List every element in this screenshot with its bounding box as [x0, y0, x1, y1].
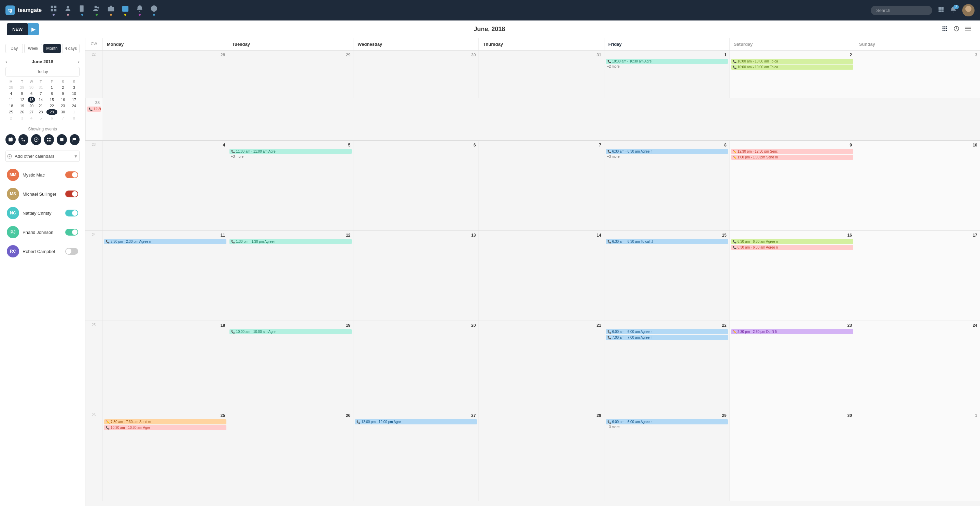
calendar-cell[interactable]: 23✏️2:30 pm - 2:30 pm Don't fi — [729, 321, 855, 411]
calendar-cell[interactable]: 10 — [855, 141, 980, 231]
clock-view-button[interactable] — [951, 24, 962, 35]
calendar-event[interactable]: 📞11:00 am - 11:00 am Agre — [229, 149, 352, 154]
calendar-cell[interactable]: 6 — [353, 141, 478, 231]
nav-contacts[interactable] — [64, 5, 72, 16]
calendar-event[interactable]: 📞7:00 am - 7:00 am Agree r — [606, 335, 728, 340]
calendar-cell[interactable]: 19📞10:00 am - 10:00 am Agre — [228, 321, 353, 411]
calendar-cell[interactable]: 15📞6:30 am - 6:30 am To call J — [604, 231, 729, 321]
mini-cal-day[interactable]: 30 — [28, 84, 35, 91]
mini-cal-day[interactable]: 2 — [5, 115, 17, 121]
mini-cal-day[interactable]: 16 — [57, 97, 68, 103]
calendar-cell[interactable]: 3 — [855, 51, 980, 98]
tab-week[interactable]: Week — [24, 44, 42, 53]
filter-calendar-icon[interactable] — [5, 134, 16, 145]
calendar-cell[interactable]: 17 — [855, 231, 980, 321]
calendar-toggle[interactable] — [65, 210, 78, 216]
filter-grid-icon[interactable] — [44, 134, 54, 145]
more-events-link[interactable]: +3 more — [606, 155, 728, 158]
mini-cal-day[interactable]: 5 — [17, 91, 28, 97]
mini-cal-day[interactable]: 1 — [46, 84, 58, 91]
calendar-event[interactable]: 📞6:00 am - 6:00 am Agree r — [606, 329, 728, 334]
calendar-cell[interactable]: 26 — [228, 411, 353, 501]
calendar-event[interactable]: 📞12:30 pm - 12:30 pm Agre — [87, 107, 101, 111]
prev-month-button[interactable]: ‹ — [5, 59, 7, 64]
calendar-toggle[interactable] — [65, 191, 78, 197]
grid-view-button[interactable] — [940, 24, 950, 35]
mini-cal-day[interactable]: 20 — [28, 103, 35, 109]
calendar-event[interactable]: 📞10:30 am - 10:30 am Agre — [104, 425, 226, 430]
mini-cal-day[interactable]: 12 — [17, 97, 28, 103]
calendar-cell[interactable]: 21 — [478, 321, 604, 411]
calendar-event[interactable]: 📞2:30 pm - 2:30 pm Agree n — [104, 239, 226, 244]
calendar-cell[interactable]: 18 — [102, 321, 228, 411]
more-events-link[interactable]: +3 more — [229, 155, 352, 158]
calendar-cell[interactable]: 31 — [478, 51, 604, 98]
calendar-cell[interactable]: 28📞12:30 pm - 12:30 pm Agre — [85, 98, 102, 140]
calendar-event[interactable]: 📞6:00 am - 6:00 am Agree r — [606, 419, 728, 425]
calendar-toggle[interactable] — [65, 229, 78, 235]
mini-cal-day[interactable]: 18 — [5, 103, 17, 109]
mini-cal-day[interactable]: 7 — [57, 115, 68, 121]
mini-cal-day[interactable]: 31 — [35, 84, 46, 91]
calendar-cell[interactable]: 27📞12:00 pm - 12:00 pm Agre — [353, 411, 478, 501]
calendar-event[interactable]: 📞1:30 pm - 1:30 pm Agree n — [229, 239, 352, 244]
mini-cal-day[interactable]: 30 — [57, 109, 68, 115]
calendar-event[interactable]: 📞12:00 pm - 12:00 pm Agre — [355, 419, 477, 425]
notification-bell[interactable]: 2 — [950, 6, 957, 14]
calendar-event[interactable]: 📞6:30 am - 6:30 am Agree r — [606, 149, 728, 154]
filter-flag-icon[interactable] — [70, 134, 80, 145]
mini-cal-day[interactable]: 2 — [57, 84, 68, 91]
calendar-cell[interactable]: 29 — [228, 51, 353, 98]
calendar-event[interactable]: ✏️1:00 pm - 1:00 pm Send m — [731, 155, 853, 160]
nav-globe[interactable] — [150, 5, 158, 16]
calendar-cell[interactable]: 4 — [102, 141, 228, 231]
mini-cal-day[interactable]: 10 — [68, 91, 80, 97]
calendar-cell[interactable]: 8📞6:30 am - 6:30 am Agree r+3 more — [604, 141, 729, 231]
calendar-cell[interactable]: 9✏️12:30 pm - 12:30 pm Senc✏️1:00 pm - 1… — [729, 141, 855, 231]
mini-cal-day[interactable]: 25 — [5, 109, 17, 115]
add-calendars-row[interactable]: Add other calendars ▼ — [5, 151, 80, 162]
calendar-cell[interactable]: 11📞2:30 pm - 2:30 pm Agree n — [102, 231, 228, 321]
calendar-cell[interactable]: 28 — [478, 411, 604, 501]
calendar-cell[interactable]: 22📞6:00 am - 6:00 am Agree r📞7:00 am - 7… — [604, 321, 729, 411]
mini-cal-day[interactable]: 9 — [57, 91, 68, 97]
mini-cal-day[interactable]: 11 — [5, 97, 17, 103]
mini-cal-day[interactable]: 23 — [57, 103, 68, 109]
more-events-link[interactable]: +3 more — [606, 425, 728, 429]
calendar-event[interactable]: 📞6:30 am - 6:30 am To call J — [606, 239, 728, 244]
mini-cal-day[interactable]: 29 — [17, 84, 28, 91]
mini-cal-day[interactable]: 7 — [35, 91, 46, 97]
calendar-event[interactable]: 📞6:30 am - 6:30 am Agree n — [731, 245, 853, 250]
user-avatar[interactable] — [962, 4, 975, 16]
calendar-toggle[interactable] — [65, 248, 78, 255]
mini-cal-day[interactable]: 28 — [5, 84, 17, 91]
nav-deals[interactable] — [107, 5, 115, 16]
calendar-cell[interactable]: 30 — [353, 51, 478, 98]
tab-month[interactable]: Month — [43, 44, 61, 53]
calendar-cell[interactable]: 1 — [855, 411, 980, 501]
nav-people[interactable] — [93, 5, 100, 16]
mini-cal-day[interactable]: 22 — [46, 103, 58, 109]
filter-phone-icon[interactable] — [18, 134, 29, 145]
next-month-button[interactable]: › — [78, 59, 80, 64]
mini-cal-day[interactable]: 5 — [35, 115, 46, 121]
mini-cal-day[interactable]: 3 — [68, 84, 80, 91]
calendar-cell[interactable]: 28 — [102, 51, 228, 98]
mini-cal-day[interactable]: 13 — [28, 97, 35, 103]
mini-cal-day[interactable]: 1 — [68, 109, 80, 115]
calendar-cell[interactable]: 20 — [353, 321, 478, 411]
menu-view-button[interactable] — [963, 24, 973, 35]
calendar-event[interactable]: 📞10:00 am - 10:00 am To ca — [731, 59, 853, 64]
calendar-cell[interactable]: 14 — [478, 231, 604, 321]
nav-dashboard[interactable] — [50, 5, 57, 16]
calendar-cell[interactable]: 25✏️7:30 am - 7:30 am Send m📞10:30 am - … — [102, 411, 228, 501]
calendar-cell[interactable]: 13 — [353, 231, 478, 321]
nav-notifications[interactable] — [136, 5, 143, 16]
mini-cal-day[interactable]: 19 — [17, 103, 28, 109]
tab-day[interactable]: Day — [5, 44, 23, 53]
calendar-cell[interactable]: 7 — [478, 141, 604, 231]
pages-icon[interactable] — [938, 6, 945, 14]
mini-cal-day[interactable]: 8 — [46, 91, 58, 97]
calendar-cell[interactable]: 5📞11:00 am - 11:00 am Agre+3 more — [228, 141, 353, 231]
mini-cal-day[interactable]: 14 — [35, 97, 46, 103]
